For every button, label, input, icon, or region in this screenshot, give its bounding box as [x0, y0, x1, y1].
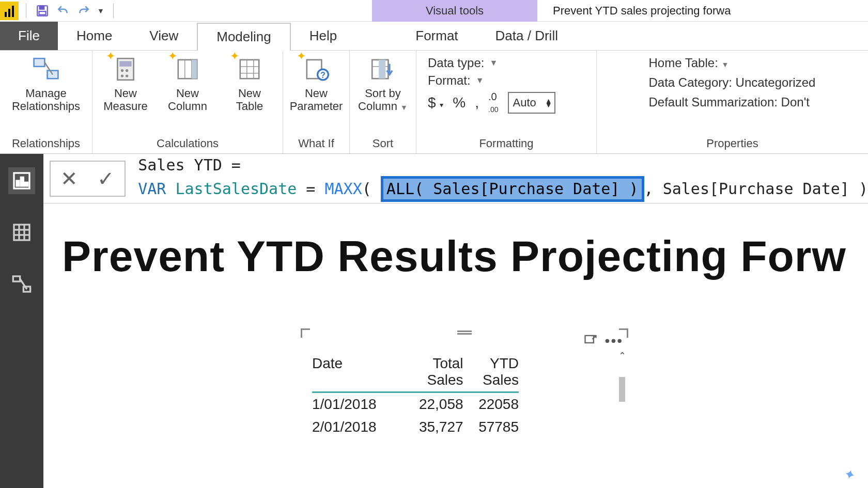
qat-separator-2	[113, 4, 114, 18]
data-view-button[interactable]	[8, 219, 35, 246]
kw-var: VAR	[138, 180, 166, 198]
new-table-button[interactable]: ✦ New Table	[224, 54, 275, 113]
table-visual[interactable]: ••• ⌃ Date Total Sales YTD Sales 1/01/20…	[302, 329, 627, 484]
svg-rect-30	[25, 182, 28, 186]
formula-commit-button[interactable]: ✓	[97, 167, 115, 191]
var-name: LastSalesDate	[175, 180, 297, 198]
table-row[interactable]: 2/01/2018 35,727 57785	[312, 416, 519, 438]
home-table-dropdown[interactable]: Home Table: ▼	[649, 56, 816, 70]
default-summarization-dropdown[interactable]: Default Summarization: Don't	[649, 95, 816, 109]
qat-customize-dropdown[interactable]: ▼	[96, 2, 106, 20]
decimal-places-icon: .0.00	[488, 91, 498, 115]
view-switcher	[0, 154, 43, 488]
ribbon-group-calculations: ✦ New Measure ✦ New Column ✦ New Table C…	[92, 51, 283, 153]
svg-rect-1	[40, 6, 44, 9]
drag-handle[interactable]	[457, 330, 472, 335]
new-parameter-button[interactable]: ✦ ? New Parameter	[290, 54, 342, 113]
new-measure-label: New Measure	[103, 87, 148, 113]
window-title: Prevent YTD sales projecting forwa	[553, 0, 868, 22]
decimal-places-spinner[interactable]: Auto ▲▼	[508, 92, 555, 114]
col-header-ytd-sales[interactable]: YTD Sales	[463, 355, 519, 388]
tab-view[interactable]: View	[131, 22, 197, 50]
percent-format-button[interactable]: %	[453, 95, 466, 111]
ribbon-tabs: File Home View Modeling Help Format Data…	[0, 22, 868, 51]
tab-help[interactable]: Help	[291, 22, 355, 50]
ribbon-group-label: Properties	[706, 135, 758, 153]
new-column-button[interactable]: ✦ New Column	[162, 54, 213, 113]
ribbon-group-sort: Sort by Column ▼ Sort	[350, 51, 416, 153]
eq2: =	[297, 180, 324, 198]
undo-button[interactable]	[54, 2, 72, 20]
all-args: ( Sales[Purchase Date] )	[414, 180, 638, 198]
manage-relationships-button[interactable]: Manage Relationships	[7, 54, 85, 113]
ribbon-group-whatif: ✦ ? New Parameter What If	[283, 51, 350, 153]
data-type-dropdown[interactable]: Data type:▼	[428, 56, 585, 70]
ribbon-group-properties: Home Table: ▼ Data Category: Uncategoriz…	[597, 51, 868, 153]
save-button[interactable]	[34, 2, 51, 20]
model-view-button[interactable]	[8, 271, 35, 297]
contextual-tab-visual-tools: Visual tools	[372, 0, 537, 22]
report-view-button[interactable]	[8, 167, 35, 194]
svg-point-8	[121, 69, 123, 72]
cell-date: 2/01/2018	[312, 419, 393, 435]
formula-input[interactable]: Sales YTD = VAR LastSalesDate = MAXX( AL…	[129, 155, 868, 202]
relationships-icon	[30, 54, 61, 85]
scrollbar[interactable]: ⌃	[617, 350, 627, 484]
func-all: ALL	[386, 180, 414, 198]
scroll-up-icon[interactable]: ⌃	[618, 350, 626, 361]
col-header-date[interactable]: Date	[312, 355, 393, 388]
table-row[interactable]: 1/01/2018 22,058 22058	[312, 393, 519, 416]
svg-point-9	[126, 69, 128, 72]
func-maxx: MAXX	[324, 180, 362, 198]
tab-file[interactable]: File	[0, 22, 58, 50]
new-measure-button[interactable]: ✦ New Measure	[100, 54, 151, 113]
ribbon-group-label: Relationships	[12, 135, 80, 153]
currency-format-button[interactable]: $ ▾	[428, 95, 443, 111]
app-icon	[0, 2, 19, 20]
scroll-thumb[interactable]	[619, 377, 625, 402]
svg-text:?: ?	[320, 71, 326, 80]
svg-rect-28	[17, 181, 19, 186]
tab-format[interactable]: Format	[397, 22, 476, 50]
col-header-total-sales[interactable]: Total Sales	[393, 355, 463, 388]
svg-rect-7	[119, 61, 131, 66]
sort-by-column-label: Sort by Column ▼	[358, 87, 408, 113]
ribbon-group-label: Calculations	[157, 135, 219, 153]
watermark-icon: ✦	[842, 466, 857, 484]
resize-handle-tl[interactable]	[301, 328, 310, 338]
table-header-row: Date Total Sales YTD Sales	[312, 355, 519, 393]
data-category-dropdown[interactable]: Data Category: Uncategorized	[649, 75, 816, 90]
ribbon-group-label: What If	[298, 135, 334, 153]
cell-total: 35,727	[393, 419, 463, 435]
svg-rect-39	[585, 336, 593, 343]
format-dropdown[interactable]: Format:▼	[428, 73, 585, 88]
cell-total: 22,058	[393, 396, 463, 413]
main-area: ✕ ✓ Sales YTD = VAR LastSalesDate = MAXX…	[0, 154, 868, 488]
svg-rect-2	[39, 11, 46, 15]
formula-bar-buttons: ✕ ✓	[50, 161, 126, 197]
sort-by-column-button[interactable]: Sort by Column ▼	[357, 54, 409, 113]
redo-button[interactable]	[75, 2, 92, 20]
focus-mode-button[interactable]	[583, 333, 598, 349]
tab-home[interactable]: Home	[58, 22, 131, 50]
more-options-button[interactable]: •••	[605, 333, 623, 349]
thousands-separator-button[interactable]: ,	[475, 95, 479, 111]
after-text: , Sales[Purchase Date] )	[644, 180, 868, 198]
ribbon-group-formatting: Data type:▼ Format:▼ $ ▾ % , .0.00 Auto …	[416, 51, 597, 153]
svg-rect-16	[240, 60, 259, 78]
parameter-icon: ✦ ?	[301, 54, 332, 85]
svg-rect-3	[34, 58, 45, 67]
cell-ytd: 22058	[463, 396, 519, 413]
svg-rect-15	[192, 60, 197, 78]
cell-date: 1/01/2018	[312, 396, 393, 413]
formula-cancel-button[interactable]: ✕	[60, 167, 78, 191]
ribbon-group-label: Sort	[373, 135, 393, 153]
ribbon: Manage Relationships Relationships ✦ New…	[0, 51, 868, 154]
measure-name: Sales YTD	[138, 156, 222, 174]
page-title: Prevent YTD Results Projecting Forw	[62, 231, 846, 281]
decimal-auto-value: Auto	[513, 96, 536, 109]
visual-header: •••	[583, 333, 623, 349]
svg-rect-31	[14, 225, 29, 240]
tab-modeling[interactable]: Modeling	[197, 23, 291, 51]
tab-data-drill[interactable]: Data / Drill	[477, 22, 577, 50]
